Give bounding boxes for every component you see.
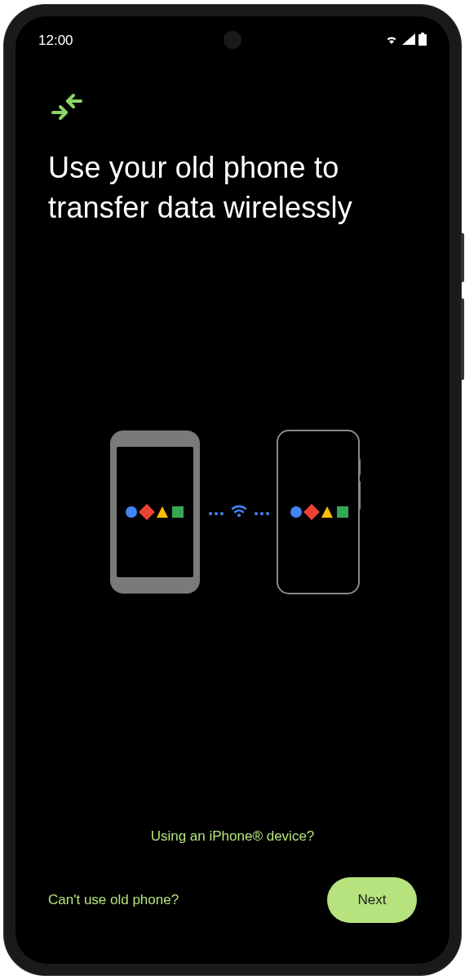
camera-notch: [224, 31, 241, 49]
transfer-arrows-icon: [48, 90, 417, 126]
svg-point-18: [290, 506, 302, 518]
svg-point-8: [209, 512, 212, 515]
svg-marker-20: [321, 506, 333, 518]
svg-rect-17: [358, 481, 361, 510]
svg-point-14: [266, 512, 269, 515]
cant-use-old-phone-link[interactable]: Can't use old phone?: [48, 892, 179, 908]
svg-rect-7: [172, 506, 184, 518]
battery-icon: [418, 33, 427, 49]
device-side-button: [461, 298, 464, 380]
svg-point-10: [220, 512, 224, 515]
page-title: Use your old phone to transfer data wire…: [48, 148, 417, 227]
svg-point-12: [255, 512, 258, 515]
bottom-bar: Can't use old phone? Next: [16, 877, 450, 964]
svg-rect-21: [337, 506, 348, 518]
device-side-button: [461, 233, 464, 282]
svg-rect-19: [303, 504, 320, 520]
svg-point-9: [215, 512, 218, 515]
content-area: Use your old phone to transfer data wire…: [16, 65, 450, 877]
iphone-device-link[interactable]: Using an iPhone® device?: [48, 812, 417, 877]
status-indicators: [384, 33, 427, 49]
cellular-signal-icon: [402, 33, 415, 48]
next-button[interactable]: Next: [327, 877, 417, 923]
svg-point-13: [260, 512, 264, 515]
svg-rect-16: [358, 459, 361, 475]
wifi-icon: [384, 33, 399, 48]
screen: 12:00: [16, 16, 450, 964]
svg-point-4: [126, 506, 137, 518]
device-frame: 12:00: [4, 5, 461, 975]
svg-rect-0: [421, 33, 424, 34]
svg-point-11: [237, 514, 241, 517]
transfer-illustration: [48, 260, 417, 812]
svg-rect-1: [418, 34, 427, 46]
phones-illustration-svg: [102, 422, 363, 602]
status-time: 12:00: [38, 33, 73, 49]
